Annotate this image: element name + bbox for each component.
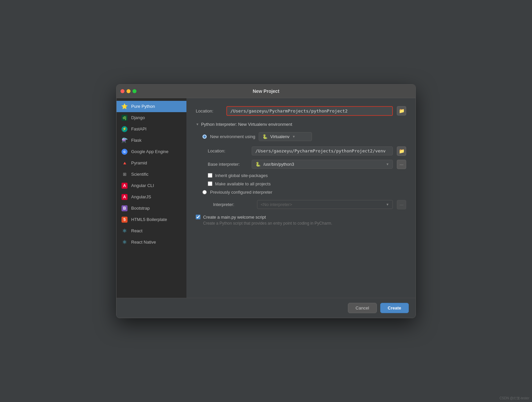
venv-location-label: Location: [208, 148, 248, 153]
python-emoji: 🐍 [255, 162, 261, 167]
react-label: React [131, 228, 142, 233]
sidebar-item-angularjs[interactable]: AAngularJS [117, 191, 186, 203]
flask-icon: ⚗️ [121, 137, 128, 144]
react-icon: ⚛ [121, 228, 128, 234]
sidebar-item-google-app-engine[interactable]: GGoogle App Engine [117, 146, 186, 157]
sidebar-item-react-native[interactable]: ⚛React Native [117, 237, 186, 248]
sidebar-item-html5[interactable]: 5HTML5 Boilerplate [117, 214, 186, 225]
sidebar-item-react[interactable]: ⚛React [117, 225, 186, 237]
interpreter-field-label: Interpreter: [213, 202, 253, 207]
react-native-icon: ⚛ [121, 239, 128, 246]
prev-interpreter-section: Interpreter: <No interpreter> ▼ ··· [202, 200, 406, 209]
watermark: CSDN @灯笼-tester [499, 396, 529, 401]
sidebar-item-scientific[interactable]: ⊞Scientific [117, 169, 186, 180]
interpreter-ellipsis-icon: ··· [399, 202, 403, 207]
sidebar-item-angular-cli[interactable]: AAngular CLI [117, 180, 186, 191]
google-app-engine-label: Google App Engine [131, 149, 168, 154]
create-script-checkbox[interactable] [196, 215, 200, 219]
base-interpreter-label: Base interpreter: [208, 162, 248, 167]
new-env-label: New environment using [210, 134, 255, 139]
sidebar-item-django[interactable]: djDjango [117, 112, 186, 123]
angular-cli-icon: A [121, 182, 128, 189]
bootstrap-icon: B [121, 205, 128, 212]
flask-label: Flask [131, 138, 141, 143]
dialog-title: New Project [253, 89, 279, 94]
html5-icon: 5 [121, 216, 128, 223]
minimize-button[interactable] [127, 89, 131, 93]
sidebar-item-fastapi[interactable]: ⚡FastAPI [117, 123, 186, 135]
fastapi-icon: ⚡ [121, 126, 128, 132]
make-available-checkbox[interactable] [208, 181, 212, 186]
pure-python-icon: ⭐ [121, 103, 128, 110]
angularjs-icon: A [121, 194, 128, 200]
django-label: Django [131, 115, 145, 120]
interpreter-section-body: New environment using 🐍 Virtualenv ▼ Loc… [196, 132, 406, 209]
pure-python-label: Pure Python [131, 104, 155, 109]
inherit-label: Inherit global site-packages [215, 173, 268, 178]
location-label: Location: [196, 108, 222, 113]
create-script-description: Create a Python script that provides an … [196, 221, 406, 226]
new-env-radio[interactable] [202, 134, 207, 139]
google-app-engine-icon: G [121, 148, 128, 155]
location-browse-button[interactable]: 📁 [397, 106, 406, 115]
create-script-label: Create a main.py welcome script [203, 215, 266, 220]
create-button[interactable]: Create [380, 303, 409, 313]
close-button[interactable] [121, 89, 125, 93]
dialog-body: ⭐Pure PythondjDjango⚡FastAPI⚗️FlaskGGoog… [117, 98, 415, 298]
angularjs-label: AngularJS [131, 194, 151, 199]
env-type-label: Virtualenv [270, 134, 290, 139]
sidebar-item-flask[interactable]: ⚗️Flask [117, 135, 186, 146]
dialog-footer: Cancel Create [117, 298, 415, 318]
sidebar-item-pure-python[interactable]: ⭐Pure Python [117, 101, 186, 112]
no-interpreter-arrow-icon: ▼ [386, 203, 389, 206]
interpreter-more-button[interactable]: ··· [397, 200, 406, 209]
main-content: Location: 📁 ▼ Python Interpreter: New Vi… [186, 98, 415, 298]
location-input[interactable] [226, 106, 393, 116]
traffic-lights [121, 89, 136, 93]
pyramid-icon: 🔺 [121, 160, 128, 166]
folder-icon: 📁 [399, 108, 404, 113]
new-env-row: New environment using 🐍 Virtualenv ▼ [202, 132, 406, 141]
create-script-row: Create a main.py welcome script [196, 215, 406, 220]
base-interpreter-arrow-icon: ▼ [386, 162, 389, 166]
base-interpreter-more-button[interactable]: ··· [397, 160, 406, 169]
new-project-dialog: New Project ⭐Pure PythondjDjango⚡FastAPI… [116, 84, 416, 318]
bootstrap-label: Bootstrap [131, 206, 150, 211]
prev-interpreter-row: Previously configured interpreter [202, 190, 406, 195]
scientific-icon: ⊞ [121, 171, 128, 178]
venv-location-row: Location: /Users/gaozeyu/PycharmProjects… [202, 146, 406, 156]
interpreter-field-row: Interpreter: <No interpreter> ▼ ··· [208, 200, 406, 209]
inherit-checkbox-row: Inherit global site-packages [202, 173, 406, 178]
venv-browse-button[interactable]: 📁 [397, 146, 406, 156]
sidebar-item-pyramid[interactable]: 🔺Pyramid [117, 157, 186, 169]
html5-label: HTML5 Boilerplate [131, 217, 167, 222]
ellipsis-icon: ··· [399, 162, 403, 167]
base-interpreter-dropdown[interactable]: 🐍 /usr/bin/python3 ▼ [252, 160, 393, 169]
inherit-checkbox[interactable] [208, 173, 212, 178]
chevron-down-icon: ▼ [196, 122, 199, 126]
maximize-button[interactable] [133, 89, 136, 93]
base-interpreter-row: Base interpreter: 🐍 /usr/bin/python3 ▼ ·… [202, 160, 406, 169]
base-interpreter-value: /usr/bin/python3 [263, 162, 383, 167]
venv-location-display: /Users/gaozeyu/PycharmProjects/pythonPro… [252, 146, 393, 155]
prev-interpreter-label: Previously configured interpreter [210, 190, 272, 195]
location-row: Location: 📁 [196, 106, 406, 116]
pyramid-label: Pyramid [131, 160, 147, 165]
sidebar: ⭐Pure PythondjDjango⚡FastAPI⚗️FlaskGGoog… [117, 98, 186, 298]
no-interpreter-dropdown[interactable]: <No interpreter> ▼ [257, 200, 393, 209]
no-interpreter-value: <No interpreter> [261, 202, 383, 207]
interpreter-section-header[interactable]: ▼ Python Interpreter: New Virtualenv env… [196, 122, 406, 127]
fastapi-label: FastAPI [131, 126, 146, 131]
env-type-dropdown[interactable]: 🐍 Virtualenv ▼ [259, 132, 312, 141]
virtualenv-emoji: 🐍 [262, 134, 268, 139]
cancel-button[interactable]: Cancel [348, 303, 377, 313]
sidebar-item-bootstrap[interactable]: BBootstrap [117, 203, 186, 214]
prev-interpreter-radio[interactable] [202, 190, 207, 194]
make-available-label: Make available to all projects [215, 181, 271, 186]
venv-folder-icon: 📁 [399, 148, 404, 154]
react-native-label: React Native [131, 240, 156, 245]
dropdown-arrow-icon: ▼ [292, 135, 295, 138]
angular-cli-label: Angular CLI [131, 183, 154, 188]
title-bar: New Project [117, 85, 415, 98]
make-available-checkbox-row: Make available to all projects [202, 181, 406, 186]
